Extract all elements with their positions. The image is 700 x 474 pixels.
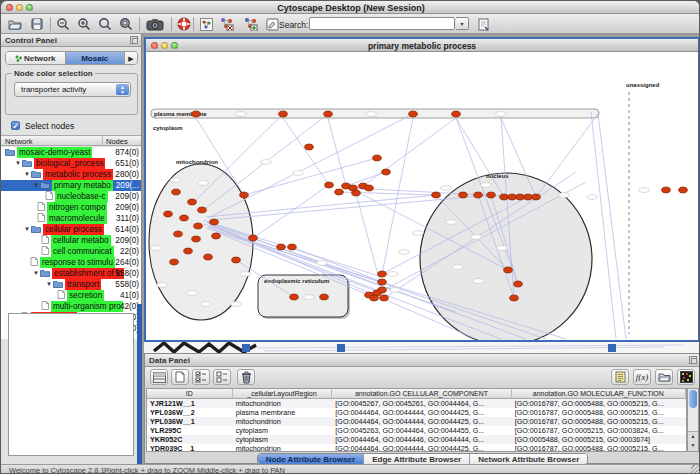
- network-canvas[interactable]: plasma membranecytoplasmmitochondrionnuc…: [146, 52, 698, 340]
- edge[interactable]: [283, 118, 329, 185]
- tree-row[interactable]: multi-organism pro42(0): [1, 301, 141, 312]
- node[interactable]: [184, 248, 193, 254]
- export-snapshot-button[interactable]: [143, 16, 167, 32]
- network-window-titlebar[interactable]: primary metabolic process: [146, 39, 698, 52]
- node[interactable]: [320, 294, 329, 300]
- node[interactable]: [277, 244, 286, 250]
- node[interactable]: [352, 190, 361, 196]
- node[interactable]: [192, 111, 201, 117]
- save-button[interactable]: [28, 16, 46, 32]
- search-input[interactable]: [309, 17, 455, 30]
- expander-icon[interactable]: ▼: [23, 169, 31, 180]
- show-all-button[interactable]: [241, 16, 259, 32]
- tree-header-network[interactable]: Network: [1, 136, 103, 145]
- edge[interactable]: [363, 118, 456, 186]
- scrollbar-thumb[interactable]: [689, 390, 697, 408]
- edge[interactable]: [536, 114, 598, 197]
- node[interactable]: [662, 187, 671, 193]
- node[interactable]: [324, 111, 333, 117]
- select-attributes-button[interactable]: [192, 369, 210, 385]
- network-graph[interactable]: plasma membranecytoplasmmitochondrionnuc…: [146, 52, 698, 340]
- search-dropdown-icon[interactable]: ▾: [456, 17, 469, 30]
- node[interactable]: [172, 189, 181, 195]
- node[interactable]: [514, 281, 523, 287]
- tab-node-attribute-browser[interactable]: Node Attribute Browser: [258, 454, 365, 464]
- node[interactable]: [174, 231, 183, 237]
- table-row[interactable]: YDR039C__1mitochondrion[GO:0044464, GO:0…: [147, 444, 686, 452]
- column-header[interactable]: _cellularLayoutRegion: [233, 389, 333, 398]
- column-header[interactable]: annotation.GO CELLULAR_COMPONENT: [332, 389, 511, 398]
- tree-row[interactable]: ▼establishment of lo558(0): [1, 268, 141, 279]
- node[interactable]: [516, 194, 525, 200]
- tree-row[interactable]: nucleobase-c209(0): [1, 191, 141, 202]
- node[interactable]: [378, 287, 387, 293]
- node[interactable]: [532, 194, 541, 200]
- float-panel-icon[interactable]: [689, 356, 697, 364]
- node[interactable]: [373, 155, 382, 161]
- zoom-out-button[interactable]: [54, 16, 72, 32]
- node[interactable]: [198, 207, 207, 213]
- node[interactable]: [170, 259, 179, 265]
- node[interactable]: [432, 192, 441, 198]
- tab-network[interactable]: Network: [6, 52, 66, 64]
- tree-row[interactable]: ▼cellular process614(0): [1, 224, 141, 235]
- node[interactable]: [305, 144, 314, 150]
- table-row[interactable]: YJR121W__1mitochondrion[GO:0045267, GO:0…: [147, 399, 686, 408]
- table-row[interactable]: YPL036W__1mitochondrion[GO:0044464, GO:0…: [147, 417, 686, 426]
- help-ring-button[interactable]: [175, 16, 193, 32]
- tree-row[interactable]: cellular metabo209(0): [1, 235, 141, 246]
- node[interactable]: [378, 279, 387, 285]
- tree-row[interactable]: response to stimulu264(0): [1, 257, 141, 268]
- zoom-fit-button[interactable]: [117, 16, 135, 32]
- expander-icon[interactable]: ▼: [45, 279, 53, 290]
- tree-header-nodes[interactable]: Nodes: [103, 136, 141, 145]
- node[interactable]: [232, 257, 241, 263]
- node[interactable]: [288, 244, 297, 250]
- tab-edge-attribute-browser[interactable]: Edge Attribute Browser: [364, 454, 470, 464]
- node[interactable]: [679, 187, 688, 193]
- select-nodes-checkbox[interactable]: ✓: [11, 121, 20, 130]
- expander-icon[interactable]: ▼: [23, 224, 31, 235]
- node[interactable]: [335, 189, 344, 195]
- node[interactable]: [452, 111, 461, 117]
- node[interactable]: [365, 185, 374, 191]
- import-attributes-button[interactable]: [655, 369, 673, 385]
- tree-row[interactable]: macromolecule311(0): [1, 213, 141, 224]
- tree-row[interactable]: nitrogen compo209(0): [1, 202, 141, 213]
- attribute-matrix-button[interactable]: [677, 369, 695, 385]
- node[interactable]: [188, 199, 197, 205]
- node[interactable]: [474, 192, 483, 198]
- node[interactable]: [212, 233, 221, 239]
- tab-overflow-arrow-icon[interactable]: ▶: [125, 52, 137, 64]
- node[interactable]: [409, 111, 418, 117]
- tree-row[interactable]: ▼transport558(0): [1, 279, 141, 290]
- node[interactable]: [524, 194, 533, 200]
- tree-row[interactable]: cell communicat22(0): [1, 246, 141, 257]
- table-row[interactable]: YLR295Ccytoplasm[GO:0045263, GO:0044464,…: [147, 426, 686, 435]
- resize-grip[interactable]: [691, 465, 700, 474]
- unselect-attributes-button[interactable]: [213, 369, 231, 385]
- tree-row[interactable]: ▼biological_process651(0): [1, 158, 141, 169]
- table-row[interactable]: YPL036W__2plasma membrane[GO:0044464, GO…: [147, 408, 686, 417]
- tree-row[interactable]: ▼primary metabo209(...: [1, 180, 141, 191]
- tab-mosaic[interactable]: Mosaic: [66, 52, 126, 64]
- new-attribute-button[interactable]: [171, 369, 189, 385]
- node[interactable]: [378, 271, 387, 277]
- float-panel-icon[interactable]: [130, 36, 138, 44]
- expander-icon[interactable]: ▼: [32, 180, 40, 191]
- table-grid-button[interactable]: [150, 369, 168, 385]
- network-navigator[interactable]: [8, 313, 134, 456]
- edge[interactable]: [328, 118, 346, 186]
- open-file-button[interactable]: [6, 16, 24, 32]
- formula-builder-button[interactable]: f(x): [633, 369, 651, 385]
- node[interactable]: [500, 194, 509, 200]
- node[interactable]: [290, 294, 299, 300]
- table-row[interactable]: YKR052Ccytoplasm[GO:0044464, GO:0044446,…: [147, 435, 686, 444]
- column-header[interactable]: annotation.GO MOLECULAR_FUNCTION: [512, 389, 686, 398]
- node[interactable]: [180, 215, 189, 221]
- node[interactable]: [370, 295, 379, 301]
- tree-row[interactable]: mosaic-demo-yeast874(0): [1, 147, 141, 158]
- node[interactable]: [459, 192, 468, 198]
- zoom-in-button[interactable]: [75, 16, 93, 32]
- table-scrollbar[interactable]: ▲▼: [687, 388, 699, 452]
